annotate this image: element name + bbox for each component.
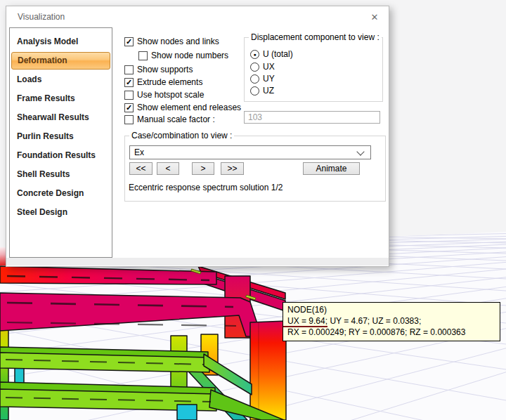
tooltip-ux-underlined: UX = 9.64; [283,316,327,327]
radio-label: UX [263,62,275,72]
case-combination-dropdown[interactable]: Ex [129,145,371,159]
sidebar-item-steel-design[interactable]: Steel Design [10,203,112,222]
checkbox-box[interactable]: ✓ [124,103,134,112]
animate-button[interactable]: Animate [303,162,360,175]
checkbox-extrude-elements[interactable]: ✓ Extrude elements [124,77,202,88]
radio-circle[interactable]: ● [250,50,259,59]
manual-scale-factor-input[interactable]: 103 [244,111,380,124]
checkbox-box[interactable] [124,91,134,100]
checkbox-label: Show node numbers [151,51,228,60]
tooltip-rotations: RX = 0.000249; RY = 0.000876; RZ = 0.000… [287,327,495,338]
checkbox-show-element-end-releases[interactable]: ✓ Show element end releases [124,102,241,113]
next-case-button[interactable]: > [192,162,214,175]
radio-ux[interactable]: UX [250,61,275,72]
checkbox-box[interactable] [124,115,134,124]
close-icon[interactable]: ✕ [368,11,382,25]
radio-label: UZ [263,86,274,96]
sidebar-item-loads[interactable]: Loads [10,70,112,89]
node-result-tooltip: NODE(16) UX = 9.64; UY = 4.67; UZ = 0.03… [283,302,500,341]
radio-u-total[interactable]: ● U (total) [250,48,293,60]
sidebar-item-shell-results[interactable]: Shell Results [10,165,112,184]
checkbox-label: Show nodes and links [137,37,219,46]
sidebar-item-deformation[interactable]: Deformation [11,52,110,70]
last-case-button[interactable]: >> [221,162,244,175]
dialog-title: Visualization [18,12,65,22]
dialog-bottom-strip [6,258,389,265]
checkbox-manual-scale-factor[interactable]: Manual scale factor : [124,114,215,125]
tooltip-node-id: NODE(16) [287,304,495,315]
displacement-component-group: Displacement component to view : ● U (to… [244,37,383,102]
checkbox-show-nodes-and-links[interactable]: ✓ Show nodes and links [124,36,219,47]
visualization-dialog: Visualization ✕ Analysis Model Deformati… [6,6,389,267]
radio-label: UY [263,74,275,84]
checkbox-box[interactable]: ✓ [124,37,134,46]
radio-circle[interactable] [250,86,259,96]
application-window: NODE(16) UX = 9.64; UY = 4.67; UZ = 0.03… [0,0,506,420]
checkbox-show-supports[interactable]: Show supports [124,64,193,75]
tooltip-uy-uz: UY = 4.67; UZ = 0.0383; [327,316,421,326]
sidebar-item-frame-results[interactable]: Frame Results [10,89,112,108]
radio-circle[interactable] [250,74,259,84]
checkbox-show-node-numbers[interactable]: Show node numbers [138,50,228,61]
checkbox-box[interactable] [124,65,134,74]
radio-uz[interactable]: UZ [250,85,274,96]
case-group-label: Case/combination to view : [129,131,234,140]
sidebar-item-analysis-model[interactable]: Analysis Model [10,32,112,51]
sidebar-item-shearwall-results[interactable]: Shearwall Results [10,108,112,127]
checkbox-label: Extrude elements [137,77,202,87]
checkbox-label: Use hotspot scale [137,90,204,100]
checkbox-label: Manual scale factor : [137,114,215,124]
sidebar-item-purlin-results[interactable]: Purlin Results [10,127,112,146]
displacement-group-label: Displacement component to view : [249,32,382,42]
checkbox-label: Show element end releases [137,103,241,112]
chevron-down-icon [356,147,364,155]
case-description-text: Eccentric response spectrum solution 1/2 [129,183,283,192]
first-case-button[interactable]: << [129,162,153,175]
category-listbox: Analysis Model Deformation Loads Frame R… [9,27,112,258]
sidebar-item-foundation-results[interactable]: Foundation Results [10,146,112,165]
radio-label: U (total) [263,49,293,59]
checkbox-box[interactable] [138,51,148,60]
tooltip-translations: UX = 9.64; UY = 4.67; UZ = 0.0383; [287,315,495,327]
dropdown-selected-value: Ex [130,147,358,157]
radio-uy[interactable]: UY [250,73,275,84]
previous-case-button[interactable]: < [157,162,179,175]
checkbox-use-hotspot-scale[interactable]: Use hotspot scale [124,89,204,100]
radio-circle[interactable] [250,63,259,72]
sidebar-item-concrete-design[interactable]: Concrete Design [10,184,112,203]
checkbox-box[interactable]: ✓ [124,78,134,87]
checkbox-label: Show supports [137,65,193,74]
